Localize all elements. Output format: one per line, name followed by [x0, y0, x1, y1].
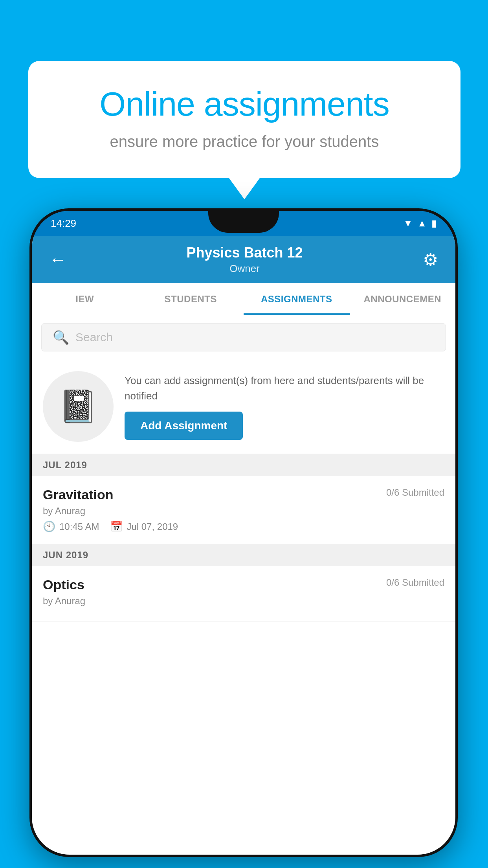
status-bar: 14:29 ▼ ▲ ▮ [32, 211, 455, 236]
tab-students[interactable]: STUDENTS [138, 283, 244, 315]
calendar-icon: 📅 [110, 520, 123, 533]
app-bar-subtitle: Owner [186, 263, 303, 275]
search-icon: 🔍 [53, 329, 69, 345]
tab-iew[interactable]: IEW [32, 283, 138, 315]
battery-icon: ▮ [431, 218, 437, 229]
tabs: IEW STUDENTS ASSIGNMENTS ANNOUNCEMEN [32, 283, 455, 315]
assignment-meta-gravitation: 🕙 10:45 AM 📅 Jul 07, 2019 [43, 520, 444, 533]
assignment-submitted-optics: 0/6 Submitted [386, 577, 444, 588]
clock-icon: 🕙 [43, 520, 55, 533]
assignment-submitted-gravitation: 0/6 Submitted [386, 487, 444, 498]
back-button[interactable]: ← [49, 250, 66, 269]
assignment-by-gravitation: by Anurag [43, 506, 444, 517]
assignment-by-optics: by Anurag [43, 596, 444, 607]
promo-icon-circle: 📓 [43, 371, 114, 442]
phone-screen: ← Physics Batch 12 Owner ⚙ IEW STUDENTS … [32, 236, 455, 855]
speech-bubble-subtitle: ensure more practice for your students [60, 133, 429, 151]
phone-inner: 14:29 ▼ ▲ ▮ ← Physics Batch 12 Owner ⚙ I… [32, 211, 455, 855]
app-bar-title-block: Physics Batch 12 Owner [186, 245, 303, 275]
phone-frame: 14:29 ▼ ▲ ▮ ← Physics Batch 12 Owner ⚙ I… [29, 208, 458, 857]
status-time: 14:29 [51, 217, 76, 230]
speech-bubble: Online assignments ensure more practice … [28, 61, 460, 178]
date-label-gravitation: Jul 07, 2019 [127, 521, 178, 532]
meta-time-gravitation: 🕙 10:45 AM [43, 520, 99, 533]
search-container: 🔍 Search [32, 315, 455, 359]
section-header-jul: JUL 2019 [32, 454, 455, 476]
signal-icon: ▲ [417, 218, 427, 229]
app-bar: ← Physics Batch 12 Owner ⚙ [32, 236, 455, 283]
tab-assignments[interactable]: ASSIGNMENTS [244, 283, 350, 315]
add-assignment-button[interactable]: Add Assignment [125, 412, 243, 440]
assignment-name-optics: Optics [43, 577, 84, 592]
assignment-row-top-optics: Optics 0/6 Submitted [43, 577, 444, 592]
app-bar-title: Physics Batch 12 [186, 245, 303, 261]
assignment-item-gravitation[interactable]: Gravitation 0/6 Submitted by Anurag 🕙 10… [32, 476, 455, 544]
assignment-item-optics[interactable]: Optics 0/6 Submitted by Anurag [32, 566, 455, 622]
search-placeholder: Search [75, 331, 113, 344]
promo-text-block: You can add assignment(s) from here and … [125, 373, 444, 440]
meta-date-gravitation: 📅 Jul 07, 2019 [110, 520, 178, 533]
assignment-row-top: Gravitation 0/6 Submitted [43, 487, 444, 502]
time-label-gravitation: 10:45 AM [59, 521, 99, 532]
search-bar[interactable]: 🔍 Search [41, 323, 446, 351]
speech-bubble-container: Online assignments ensure more practice … [28, 61, 460, 178]
section-header-jun: JUN 2019 [32, 544, 455, 566]
speech-bubble-title: Online assignments [60, 85, 429, 123]
assignment-name-gravitation: Gravitation [43, 487, 113, 502]
tab-announcements[interactable]: ANNOUNCEMEN [350, 283, 456, 315]
status-icons: ▼ ▲ ▮ [403, 218, 437, 229]
promo-description: You can add assignment(s) from here and … [125, 373, 444, 404]
settings-icon[interactable]: ⚙ [423, 250, 438, 270]
assignment-promo: 📓 You can add assignment(s) from here an… [32, 359, 455, 454]
notch [208, 211, 279, 233]
wifi-icon: ▼ [403, 218, 413, 229]
notebook-icon: 📓 [59, 388, 98, 425]
